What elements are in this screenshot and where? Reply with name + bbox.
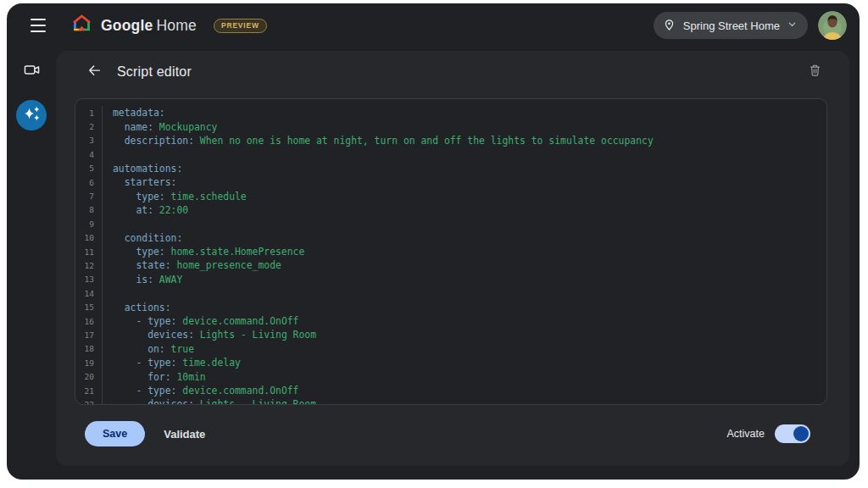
avatar[interactable] <box>818 11 847 40</box>
code-line: 9 <box>75 217 826 230</box>
script-editor-panel: Script editor 1metadata:2name: Mockupanc… <box>56 51 849 466</box>
app-title: GoogleHome <box>101 17 197 35</box>
code-lines: 1metadata:2name: Mockupancy3description:… <box>75 106 826 405</box>
activate-toggle[interactable] <box>775 424 810 443</box>
code-line: 14 <box>75 286 826 300</box>
code-editor[interactable]: 1metadata:2name: Mockupancy3description:… <box>75 98 827 405</box>
code-line: 19- type: time.delay <box>75 356 826 369</box>
delete-button[interactable] <box>802 59 827 85</box>
body: Script editor 1metadata:2name: Mockupanc… <box>7 47 860 480</box>
preview-badge: PREVIEW <box>214 19 267 33</box>
app-window: GoogleHome PREVIEW Spring Street Home <box>7 3 860 480</box>
back-button[interactable] <box>81 59 107 85</box>
code-line: 1metadata: <box>75 106 826 119</box>
code-line: 8at: 22:00 <box>75 203 826 217</box>
code-line: 10condition: <box>75 231 826 245</box>
app-bar: GoogleHome PREVIEW Spring Street Home <box>7 3 860 47</box>
code-line: 11type: home.state.HomePresence <box>75 245 826 258</box>
panel-footer: Save Validate Activate <box>56 405 849 466</box>
trash-icon <box>808 63 822 81</box>
toggle-knob <box>793 426 809 441</box>
code-line: 7type: time.schedule <box>75 189 826 202</box>
code-line: 5automations: <box>75 162 826 175</box>
home-selector-label: Spring Street Home <box>683 19 780 32</box>
save-button[interactable]: Save <box>85 421 145 446</box>
sparkle-ai-icon <box>19 101 44 130</box>
validate-button[interactable]: Validate <box>164 428 205 441</box>
code-line: 18on: true <box>75 342 826 356</box>
code-line: 13is: AWAY <box>75 273 826 286</box>
google-home-house-icon <box>71 13 92 38</box>
code-line: 20for: 10min <box>75 369 826 383</box>
location-pin-icon <box>662 17 676 35</box>
chevron-down-icon <box>787 18 798 33</box>
activate-label: Activate <box>727 428 765 440</box>
home-selector[interactable]: Spring Street Home <box>654 12 808 39</box>
code-line: 22devices: Lights - Living Room <box>75 397 826 405</box>
code-line: 3description: When no one is home at nig… <box>75 134 826 147</box>
code-line: 16- type: device.command.OnOff <box>75 314 826 328</box>
sidebar <box>7 47 56 480</box>
code-line: 15actions: <box>75 300 826 313</box>
sparkle-ai-button[interactable] <box>16 100 47 130</box>
panel-header: Script editor <box>56 51 849 93</box>
code-line: 21- type: device.command.OnOff <box>75 384 826 397</box>
back-arrow-icon <box>86 63 103 82</box>
google-home-logo[interactable]: GoogleHome PREVIEW <box>71 13 267 38</box>
camera-icon[interactable] <box>16 54 47 85</box>
code-line: 6starters: <box>75 175 826 189</box>
page-title: Script editor <box>117 64 192 80</box>
code-line: 4 <box>75 147 826 161</box>
code-line: 17devices: Lights - Living Room <box>75 328 826 341</box>
code-line: 2name: Mockupancy <box>75 119 826 133</box>
menu-icon[interactable] <box>24 11 53 40</box>
code-line: 12state: home_presence_mode <box>75 258 826 272</box>
